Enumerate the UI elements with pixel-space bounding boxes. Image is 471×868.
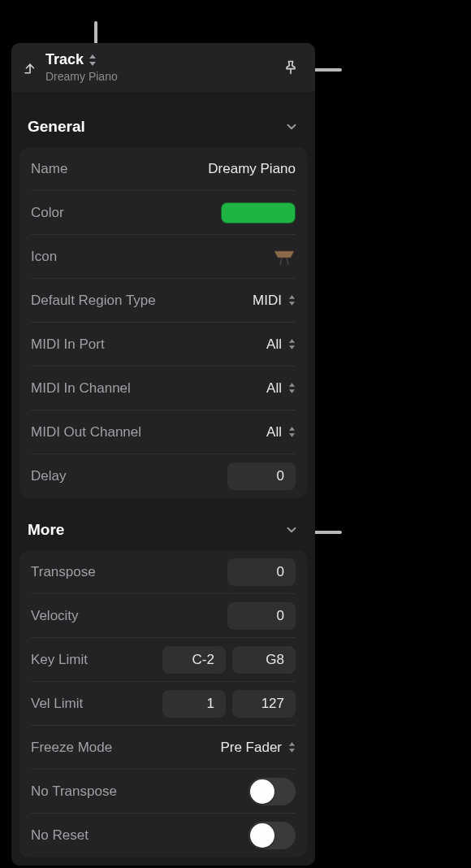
- value-midi-out-channel: All: [266, 424, 296, 441]
- label-transpose: Transpose: [31, 564, 96, 580]
- row-vel-limit: Vel Limit 1 127: [31, 682, 296, 726]
- row-name: Name Dreamy Piano: [31, 147, 296, 191]
- field-vel-limit-low[interactable]: 1: [162, 690, 226, 718]
- label-delay: Delay: [31, 468, 66, 484]
- label-no-transpose: No Transpose: [31, 783, 117, 800]
- updown-icon: [288, 742, 296, 753]
- updown-icon: [288, 427, 296, 437]
- label-color: Color: [31, 205, 64, 221]
- value-freeze-mode: Pre Fader: [220, 740, 296, 756]
- toggle-knob: [250, 823, 274, 848]
- label-no-reset: No Reset: [31, 827, 89, 844]
- row-transpose: Transpose 0: [31, 550, 296, 594]
- header-title: Track: [45, 51, 84, 69]
- updown-icon: [288, 339, 296, 349]
- label-vel-limit: Vel Limit: [31, 696, 83, 712]
- header-text: Track Dreamy Piano: [45, 51, 118, 83]
- chevron-down-icon: [284, 119, 299, 134]
- updown-icon: [288, 295, 296, 306]
- value-midi-in-port: All: [266, 336, 296, 353]
- midi-in-channel-text: All: [266, 380, 282, 397]
- field-velocity[interactable]: 0: [227, 602, 296, 630]
- label-name: Name: [31, 161, 67, 177]
- row-key-limit: Key Limit C-2 G8: [31, 638, 296, 682]
- section-body-general: Name Dreamy Piano Color Icon Defaul: [19, 147, 307, 498]
- row-midi-in-port[interactable]: MIDI In Port All: [31, 323, 296, 367]
- midi-in-port-text: All: [266, 336, 282, 353]
- region-type-text: MIDI: [253, 293, 282, 309]
- row-midi-out-channel[interactable]: MIDI Out Channel All: [31, 410, 296, 454]
- section-header-more[interactable]: More: [19, 510, 307, 550]
- field-transpose[interactable]: 0: [227, 558, 296, 586]
- collapse-icon[interactable]: [23, 60, 37, 75]
- header-title-row[interactable]: Track: [45, 51, 118, 69]
- value-name[interactable]: Dreamy Piano: [208, 161, 296, 177]
- svg-marker-0: [274, 251, 294, 258]
- row-velocity: Velocity 0: [31, 594, 296, 638]
- value-region-type: MIDI: [253, 293, 296, 309]
- svg-line-2: [287, 258, 288, 265]
- label-freeze-mode: Freeze Mode: [31, 740, 112, 756]
- header-subtitle: Dreamy Piano: [45, 70, 118, 84]
- label-midi-out-channel: MIDI Out Channel: [31, 424, 141, 441]
- updown-icon: [89, 54, 97, 66]
- chevron-down-icon: [284, 523, 299, 537]
- midi-out-channel-text: All: [266, 424, 282, 441]
- pin-button[interactable]: [279, 56, 302, 79]
- field-key-limit-high[interactable]: G8: [232, 646, 296, 674]
- label-icon: Icon: [31, 249, 57, 265]
- row-region-type[interactable]: Default Region Type MIDI: [31, 279, 296, 323]
- value-midi-in-channel: All: [266, 380, 296, 397]
- color-swatch[interactable]: [221, 202, 296, 224]
- label-region-type: Default Region Type: [31, 293, 156, 309]
- panel-body: General Name Dreamy Piano Color Icon: [11, 92, 315, 866]
- label-midi-in-channel: MIDI In Channel: [31, 380, 131, 397]
- svg-line-1: [280, 258, 282, 265]
- row-icon: Icon: [31, 235, 296, 279]
- field-vel-limit-high[interactable]: 127: [232, 690, 296, 718]
- row-no-reset: No Reset: [31, 814, 296, 857]
- label-velocity: Velocity: [31, 608, 79, 624]
- section-body-more: Transpose 0 Velocity 0 Key Limit C-2 G8 …: [19, 550, 307, 857]
- field-delay[interactable]: 0: [227, 462, 296, 490]
- row-midi-in-channel[interactable]: MIDI In Channel All: [31, 367, 296, 410]
- row-no-transpose: No Transpose: [31, 770, 296, 814]
- track-icon-thumb[interactable]: [273, 248, 296, 266]
- row-delay: Delay 0: [31, 454, 296, 498]
- toggle-no-reset[interactable]: [248, 822, 296, 849]
- label-key-limit: Key Limit: [31, 652, 88, 668]
- section-title-general: General: [28, 118, 85, 136]
- row-freeze-mode[interactable]: Freeze Mode Pre Fader: [31, 726, 296, 770]
- section-header-general[interactable]: General: [19, 106, 307, 147]
- toggle-knob: [250, 779, 274, 804]
- field-key-limit-low[interactable]: C-2: [162, 646, 226, 674]
- updown-icon: [288, 383, 296, 393]
- row-color: Color: [31, 191, 296, 235]
- label-midi-in-port: MIDI In Port: [31, 336, 105, 353]
- inspector-panel: Track Dreamy Piano General Name Dreamy: [11, 43, 315, 866]
- panel-header: Track Dreamy Piano: [11, 43, 315, 92]
- toggle-no-transpose[interactable]: [248, 778, 296, 805]
- freeze-mode-text: Pre Fader: [220, 740, 282, 756]
- section-title-more: More: [28, 521, 64, 539]
